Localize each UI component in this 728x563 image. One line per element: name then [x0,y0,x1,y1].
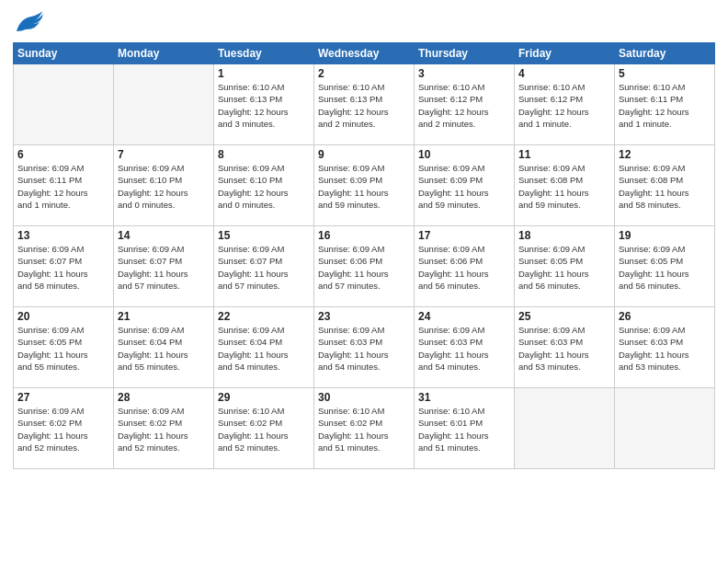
day-info: Sunrise: 6:09 AM Sunset: 6:03 PM Dayligh… [318,324,410,373]
calendar-cell: 4Sunrise: 6:10 AM Sunset: 6:12 PM Daylig… [515,64,615,145]
day-number: 14 [118,229,210,242]
day-number: 26 [619,310,711,323]
day-number: 16 [318,229,410,242]
day-info: Sunrise: 6:10 AM Sunset: 6:02 PM Dayligh… [218,405,310,454]
day-number: 7 [118,148,210,161]
calendar-cell: 3Sunrise: 6:10 AM Sunset: 6:12 PM Daylig… [415,64,515,145]
calendar-cell: 9Sunrise: 6:09 AM Sunset: 6:09 PM Daylig… [314,145,415,226]
calendar-day-header: Tuesday [214,43,314,64]
calendar-cell: 20Sunrise: 6:09 AM Sunset: 6:05 PM Dayli… [14,307,114,388]
day-number: 10 [418,148,510,161]
day-number: 3 [418,67,510,80]
day-info: Sunrise: 6:09 AM Sunset: 6:10 PM Dayligh… [218,162,310,211]
calendar-day-header: Sunday [14,43,114,64]
day-number: 24 [418,310,510,323]
calendar-cell: 31Sunrise: 6:10 AM Sunset: 6:01 PM Dayli… [415,388,515,469]
day-info: Sunrise: 6:10 AM Sunset: 6:13 PM Dayligh… [218,81,310,130]
day-number: 30 [318,391,410,404]
calendar-cell: 2Sunrise: 6:10 AM Sunset: 6:13 PM Daylig… [314,64,415,145]
calendar-cell: 7Sunrise: 6:09 AM Sunset: 6:10 PM Daylig… [114,145,214,226]
logo [13,9,47,35]
day-info: Sunrise: 6:09 AM Sunset: 6:03 PM Dayligh… [619,324,711,373]
calendar-cell: 23Sunrise: 6:09 AM Sunset: 6:03 PM Dayli… [314,307,415,388]
day-info: Sunrise: 6:09 AM Sunset: 6:06 PM Dayligh… [418,243,510,292]
calendar-cell: 25Sunrise: 6:09 AM Sunset: 6:03 PM Dayli… [515,307,615,388]
day-info: Sunrise: 6:09 AM Sunset: 6:09 PM Dayligh… [318,162,410,211]
day-number: 1 [218,67,310,80]
day-number: 4 [518,67,610,80]
calendar-day-header: Monday [114,43,214,64]
day-number: 12 [619,148,711,161]
day-info: Sunrise: 6:10 AM Sunset: 6:13 PM Dayligh… [318,81,410,130]
calendar-cell: 5Sunrise: 6:10 AM Sunset: 6:11 PM Daylig… [615,64,715,145]
calendar-cell: 22Sunrise: 6:09 AM Sunset: 6:04 PM Dayli… [214,307,314,388]
day-number: 31 [418,391,510,404]
calendar-cell: 26Sunrise: 6:09 AM Sunset: 6:03 PM Dayli… [615,307,715,388]
day-number: 21 [118,310,210,323]
calendar-cell [515,388,615,469]
calendar-cell: 6Sunrise: 6:09 AM Sunset: 6:11 PM Daylig… [14,145,114,226]
day-number: 19 [619,229,711,242]
day-number: 8 [218,148,310,161]
day-info: Sunrise: 6:09 AM Sunset: 6:11 PM Dayligh… [17,162,109,211]
day-info: Sunrise: 6:10 AM Sunset: 6:12 PM Dayligh… [518,81,610,130]
bird-icon [13,9,44,35]
day-number: 17 [418,229,510,242]
calendar-cell: 17Sunrise: 6:09 AM Sunset: 6:06 PM Dayli… [415,226,515,307]
day-info: Sunrise: 6:10 AM Sunset: 6:11 PM Dayligh… [619,81,711,130]
calendar-day-header: Friday [515,43,615,64]
calendar-cell: 15Sunrise: 6:09 AM Sunset: 6:07 PM Dayli… [214,226,314,307]
calendar-cell: 19Sunrise: 6:09 AM Sunset: 6:05 PM Dayli… [615,226,715,307]
calendar-cell: 29Sunrise: 6:10 AM Sunset: 6:02 PM Dayli… [214,388,314,469]
calendar-day-header: Thursday [415,43,515,64]
day-info: Sunrise: 6:09 AM Sunset: 6:05 PM Dayligh… [17,324,109,373]
day-number: 2 [318,67,410,80]
day-info: Sunrise: 6:09 AM Sunset: 6:04 PM Dayligh… [218,324,310,373]
calendar-cell: 10Sunrise: 6:09 AM Sunset: 6:09 PM Dayli… [415,145,515,226]
calendar-cell: 21Sunrise: 6:09 AM Sunset: 6:04 PM Dayli… [114,307,214,388]
calendar-cell: 14Sunrise: 6:09 AM Sunset: 6:07 PM Dayli… [114,226,214,307]
day-info: Sunrise: 6:09 AM Sunset: 6:10 PM Dayligh… [118,162,210,211]
calendar-cell: 13Sunrise: 6:09 AM Sunset: 6:07 PM Dayli… [14,226,114,307]
day-number: 5 [619,67,711,80]
calendar-cell: 18Sunrise: 6:09 AM Sunset: 6:05 PM Dayli… [515,226,615,307]
day-info: Sunrise: 6:09 AM Sunset: 6:03 PM Dayligh… [418,324,510,373]
day-info: Sunrise: 6:09 AM Sunset: 6:06 PM Dayligh… [318,243,410,292]
day-number: 13 [17,229,109,242]
day-info: Sunrise: 6:09 AM Sunset: 6:07 PM Dayligh… [218,243,310,292]
day-info: Sunrise: 6:09 AM Sunset: 6:03 PM Dayligh… [518,324,610,373]
day-info: Sunrise: 6:09 AM Sunset: 6:07 PM Dayligh… [118,243,210,292]
day-number: 28 [118,391,210,404]
calendar-cell: 8Sunrise: 6:09 AM Sunset: 6:10 PM Daylig… [214,145,314,226]
calendar-cell [615,388,715,469]
page: SundayMondayTuesdayWednesdayThursdayFrid… [0,0,728,563]
day-number: 22 [218,310,310,323]
day-number: 27 [17,391,109,404]
day-info: Sunrise: 6:09 AM Sunset: 6:09 PM Dayligh… [418,162,510,211]
day-info: Sunrise: 6:10 AM Sunset: 6:02 PM Dayligh… [318,405,410,454]
day-info: Sunrise: 6:09 AM Sunset: 6:05 PM Dayligh… [518,243,610,292]
calendar-day-header: Wednesday [314,43,415,64]
day-number: 11 [518,148,610,161]
day-number: 18 [518,229,610,242]
day-info: Sunrise: 6:10 AM Sunset: 6:12 PM Dayligh… [418,81,510,130]
calendar-cell [114,64,214,145]
day-info: Sunrise: 6:10 AM Sunset: 6:01 PM Dayligh… [418,405,510,454]
calendar-cell: 28Sunrise: 6:09 AM Sunset: 6:02 PM Dayli… [114,388,214,469]
calendar-cell: 24Sunrise: 6:09 AM Sunset: 6:03 PM Dayli… [415,307,515,388]
header [13,9,715,35]
calendar-cell: 11Sunrise: 6:09 AM Sunset: 6:08 PM Dayli… [515,145,615,226]
day-number: 15 [218,229,310,242]
day-info: Sunrise: 6:09 AM Sunset: 6:02 PM Dayligh… [118,405,210,454]
calendar-cell: 27Sunrise: 6:09 AM Sunset: 6:02 PM Dayli… [14,388,114,469]
day-info: Sunrise: 6:09 AM Sunset: 6:08 PM Dayligh… [619,162,711,211]
day-number: 9 [318,148,410,161]
day-number: 29 [218,391,310,404]
day-number: 25 [518,310,610,323]
calendar-table: SundayMondayTuesdayWednesdayThursdayFrid… [13,42,715,469]
calendar-day-header: Saturday [615,43,715,64]
day-info: Sunrise: 6:09 AM Sunset: 6:05 PM Dayligh… [619,243,711,292]
day-number: 20 [17,310,109,323]
day-info: Sunrise: 6:09 AM Sunset: 6:04 PM Dayligh… [118,324,210,373]
calendar-cell: 16Sunrise: 6:09 AM Sunset: 6:06 PM Dayli… [314,226,415,307]
